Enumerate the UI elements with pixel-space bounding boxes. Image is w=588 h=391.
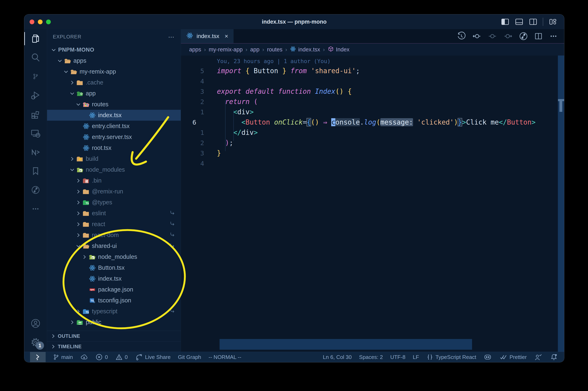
chevron-right-icon[interactable] (69, 320, 76, 325)
breadcrumb-Index[interactable]: Index (328, 46, 350, 53)
tree-item-PNPM-MONO[interactable]: PNPM-MONO (47, 44, 181, 55)
tree-item-build[interactable]: build (47, 153, 181, 164)
tree-item-public[interactable]: public (47, 317, 181, 328)
chevron-down-icon[interactable] (63, 69, 69, 74)
panel-left-icon[interactable] (501, 18, 509, 26)
chevron-right-icon[interactable] (75, 211, 82, 216)
status-live-share[interactable]: Live Share (135, 353, 170, 361)
gitlens-annotate-button[interactable] (488, 31, 497, 41)
activity-source-control[interactable] (24, 67, 47, 86)
chevron-right-icon[interactable] (75, 200, 82, 205)
chevron-right-icon[interactable] (75, 232, 82, 238)
panel-right-icon[interactable] (529, 18, 537, 26)
chevron-right-icon[interactable] (75, 309, 82, 314)
chevron-right-icon[interactable] (69, 80, 76, 85)
status-remote-indicator[interactable] (30, 352, 46, 362)
status-feedback[interactable] (534, 353, 542, 361)
status-errors[interactable]: 0 (96, 353, 108, 361)
tree-item-root.tsx[interactable]: root.tsx (47, 142, 181, 153)
minimize-window-button[interactable] (38, 19, 43, 24)
status-git-graph[interactable]: Git Graph (178, 354, 201, 360)
tab-index.tsx[interactable]: index.tsx× (181, 29, 234, 43)
chevron-right-icon[interactable] (81, 254, 88, 260)
chevron-right-icon[interactable] (75, 178, 82, 183)
status-copilot[interactable] (484, 353, 492, 361)
tree-item-entry.server.tsx[interactable]: entry.server.tsx (47, 132, 181, 142)
tree-item-react-dom[interactable]: react-dom (47, 230, 181, 241)
status-notifications[interactable] (550, 353, 558, 361)
breadcrumb-routes[interactable]: routes (267, 46, 283, 53)
tree-item-my-remix-app[interactable]: my-remix-app (47, 66, 181, 77)
chevron-down-icon[interactable] (75, 243, 82, 249)
more-actions-button[interactable] (549, 32, 558, 41)
activity-more-views[interactable] (24, 199, 47, 218)
chevron-right-icon[interactable] (75, 189, 82, 194)
tree-item-react[interactable]: react (47, 219, 181, 230)
activity-bookmarks[interactable] (24, 162, 47, 181)
layout-customize-icon[interactable] (549, 18, 557, 26)
status-sync-publish[interactable] (80, 353, 88, 361)
code-editor[interactable]: You, 23 hours ago | 1 author (You) 5impo… (181, 56, 564, 352)
breadcrumb-index.tsx[interactable]: index.tsx (290, 46, 320, 53)
tree-item-index.tsx[interactable]: index.tsx (47, 273, 181, 284)
breadcrumb-my-remix-app[interactable]: my-remix-app (209, 46, 243, 53)
chevron-down-icon[interactable] (69, 167, 76, 173)
activity-settings[interactable]: 1 (24, 333, 47, 352)
tree-item-typescript[interactable]: TStypescript (47, 306, 181, 317)
activity-nx-console[interactable] (24, 143, 47, 162)
activity-run-debug[interactable] (24, 86, 47, 105)
tree-item-shared-ui[interactable]: shared-ui (47, 241, 181, 251)
tree-item-index.tsx[interactable]: index.tsx (47, 110, 181, 121)
tree-item-entry.client.tsx[interactable]: entry.client.tsx (47, 121, 181, 132)
activity-extensions[interactable] (24, 105, 47, 124)
status-warnings[interactable]: 0 (115, 353, 128, 361)
chevron-down-icon[interactable] (50, 47, 57, 53)
sidebar-section-timeline[interactable]: TIMELINE (47, 341, 181, 352)
close-window-button[interactable] (30, 19, 34, 24)
status-encoding[interactable]: UTF-8 (390, 354, 405, 360)
tree-item-@types[interactable]: TS@types (47, 197, 181, 208)
status-eol[interactable]: LF (413, 354, 419, 360)
chevron-down-icon[interactable] (57, 58, 63, 64)
tree-item-routes[interactable]: routes (47, 99, 181, 110)
tree-item-@remix-run[interactable]: @remix-run (47, 186, 181, 197)
activity-explorer[interactable] (24, 29, 47, 48)
tree-item-.cache[interactable]: .cache (47, 77, 181, 88)
tree-item-node_modules[interactable]: jsnode_modules (47, 251, 181, 262)
gitlens-compare-next-button[interactable] (503, 31, 513, 41)
tree-item-app[interactable]: ⚙app (47, 88, 181, 99)
activity-accounts[interactable] (24, 314, 47, 333)
chevron-down-icon[interactable] (75, 102, 82, 107)
chevron-down-icon[interactable] (69, 91, 76, 96)
close-tab-icon[interactable]: × (225, 33, 228, 40)
timeline-history-button[interactable] (457, 32, 466, 41)
tree-item-package.json[interactable]: npmpackage.json (47, 284, 181, 295)
chevron-right-icon[interactable] (69, 156, 76, 162)
panel-bottom-icon[interactable] (515, 18, 523, 26)
horizontal-scrollbar[interactable] (220, 339, 472, 350)
vertical-scrollbar[interactable] (558, 56, 564, 352)
status-cursor-position[interactable]: Ln 6, Col 30 (323, 354, 352, 360)
status-vim-mode[interactable]: -- NORMAL -- (208, 354, 241, 360)
status-indentation[interactable]: Spaces: 2 (359, 354, 383, 360)
tree-item-tsconfig.json[interactable]: TS⚙tsconfig.json (47, 295, 181, 306)
git-graph-view-button[interactable] (519, 32, 528, 41)
zoom-window-button[interactable] (46, 19, 51, 24)
activity-git-graph[interactable] (24, 181, 47, 199)
gitlens-compare-prev-button[interactable] (472, 31, 482, 41)
breadcrumb-apps[interactable]: apps (189, 46, 201, 53)
activity-search[interactable] (24, 48, 47, 67)
breadcrumb-app[interactable]: app (250, 46, 259, 53)
tree-item-Button.tsx[interactable]: Button.tsx (47, 262, 181, 273)
tree-item-node_modules[interactable]: jsnode_modules (47, 164, 181, 175)
status-prettier[interactable]: Prettier (499, 353, 527, 361)
chevron-right-icon[interactable] (75, 222, 82, 227)
tree-item-eslint[interactable]: eslint (47, 208, 181, 219)
activity-remote-explorer[interactable] (24, 124, 47, 143)
status-language-mode[interactable]: TypeScript React (426, 354, 476, 361)
tree-item-apps[interactable]: apps (47, 55, 181, 66)
status-git-branch[interactable]: main (53, 354, 73, 360)
split-editor-button[interactable] (534, 32, 543, 40)
sidebar-section-outline[interactable]: OUTLINE (47, 331, 181, 341)
tree-item-.bin[interactable]: 0110.bin (47, 175, 181, 186)
